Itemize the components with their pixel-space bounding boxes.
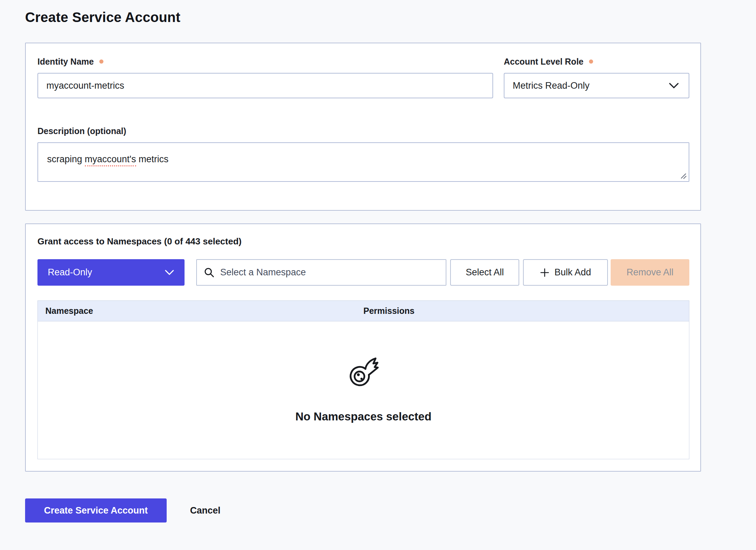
cancel-button[interactable]: Cancel [190, 505, 221, 516]
bulk-add-button[interactable]: Bulk Add [523, 259, 608, 286]
identity-name-label: Identity Name [37, 57, 94, 67]
page-content: Create Service Account Identity Name Acc… [25, 0, 701, 522]
namespaces-table-header: Namespace Permissions [38, 301, 689, 321]
description-text-part1: scraping [47, 154, 85, 164]
column-header-namespace: Namespace [38, 306, 364, 316]
identity-name-label-row: Identity Name [37, 56, 493, 67]
namespace-search[interactable] [196, 259, 447, 286]
comet-icon [348, 357, 379, 389]
page-title: Create Service Account [25, 9, 701, 25]
description-text-part2: metrics [136, 154, 169, 164]
chevron-down-icon [165, 270, 174, 275]
footer-actions: Create Service Account Cancel [25, 498, 701, 522]
description-label: Description (optional) [37, 126, 126, 136]
remove-all-button[interactable]: Remove All [611, 259, 689, 286]
namespaces-empty-state: No Namespaces selected [38, 321, 689, 459]
required-dot-icon [99, 59, 103, 64]
resize-handle-icon[interactable] [680, 172, 687, 180]
namespace-search-input[interactable] [220, 260, 439, 285]
column-header-permissions: Permissions [364, 306, 689, 316]
remove-all-label: Remove All [626, 267, 674, 278]
account-role-select[interactable]: Metrics Read-Only [504, 73, 689, 98]
description-textarea[interactable]: scraping myaccount's metrics [37, 142, 689, 182]
required-dot-icon [589, 59, 593, 64]
namespaces-toolbar: Read-Only Select All [37, 259, 689, 286]
select-all-label: Select All [466, 267, 504, 278]
account-role-value: Metrics Read-Only [513, 80, 590, 91]
namespaces-heading: Grant access to Namespaces (0 of 443 sel… [37, 236, 689, 247]
permission-role-dropdown[interactable]: Read-Only [37, 259, 185, 286]
empty-state-message: No Namespaces selected [295, 410, 431, 423]
description-label-row: Description (optional) [37, 126, 689, 136]
chevron-down-icon [669, 82, 679, 89]
select-all-button[interactable]: Select All [450, 259, 519, 286]
search-icon [204, 267, 215, 278]
plus-icon [540, 268, 549, 277]
account-role-label: Account Level Role [504, 57, 583, 67]
account-role-label-row: Account Level Role [504, 56, 689, 67]
bulk-add-label: Bulk Add [554, 267, 591, 278]
namespaces-table: Namespace Permissions No Namespaces sele… [37, 300, 689, 459]
description-text-misspelled: myaccount's [85, 154, 136, 166]
identity-name-input[interactable] [37, 73, 493, 98]
identity-card: Identity Name Account Level Role Metrics… [25, 43, 701, 211]
permission-role-value: Read-Only [48, 267, 92, 278]
namespaces-card: Grant access to Namespaces (0 of 443 sel… [25, 223, 701, 472]
create-service-account-button[interactable]: Create Service Account [25, 498, 167, 522]
